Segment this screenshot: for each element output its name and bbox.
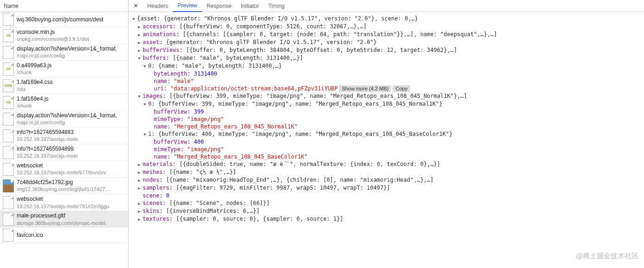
token-prop: meshes (143, 169, 163, 175)
file-row[interactable]: JSvconsole.min.jsunpkg.com/vconsole@3.9.… (0, 27, 128, 44)
tab-initiator[interactable]: Initiator (236, 0, 263, 12)
token-prop: byteLength (154, 70, 187, 77)
token-plain: : (164, 85, 170, 92)
token-str: "data:application/octet-stream;base64,pF… (170, 85, 338, 92)
file-name: display.action?isNewVersion=1&_format. (17, 112, 117, 119)
tab-preview[interactable]: Preview (173, 0, 202, 12)
tree-node[interactable]: samplers: [{magFilter: 9729, minFilter: … (129, 184, 644, 192)
token-plain: : [{magFilter: 9729, minFilter: 9987, wr… (169, 185, 390, 191)
file-row[interactable]: websocket10.252.16.197/sockjs-node/791/r… (0, 194, 128, 211)
tree-node[interactable]: buffers: [{name: "male", byteLength: 313… (129, 54, 644, 62)
tree-node[interactable]: textures: [{sampler: 0, source: 0}, {sam… (129, 215, 644, 223)
tree-node[interactable]: materials: [{doubleSided: true, name: "æ… (129, 160, 644, 168)
tree-node[interactable]: images: [{bufferView: 399, mimeType: "im… (129, 92, 644, 100)
tree-node: name: "Merged_Retopo_ears_108_045_BaseCo… (129, 153, 644, 160)
expand-arrow-icon[interactable] (138, 46, 143, 54)
file-list[interactable]: wq.360buying.com/js/common/destJSvconsol… (0, 12, 128, 268)
tree-node[interactable]: 1: {bufferView: 400, mimeType: "image/pn… (129, 130, 644, 138)
file-name: 7c48dd4cf25e1792.jpg (17, 179, 110, 186)
js-file-icon: JS (3, 63, 14, 76)
tree-node[interactable]: meshes: [{name: "ç½ æ ¼",…}] (129, 168, 644, 176)
file-name: display.action?isNewVersion=1&_format. (17, 45, 117, 52)
token-plain: : {name: "male", byteLength: 3131400,…} (151, 63, 282, 69)
tree-node[interactable]: {asset: {generator: "Khronos glTF Blende… (129, 15, 644, 23)
expand-arrow-icon[interactable] (138, 23, 143, 31)
token-plain: : (167, 123, 174, 130)
expand-arrow-icon[interactable] (138, 168, 143, 176)
expand-arrow-icon[interactable] (138, 92, 143, 100)
expand-arrow-icon[interactable] (138, 207, 143, 215)
token-prop: materials (143, 161, 173, 167)
show-more-button[interactable]: Show more (4.2 MB) (339, 85, 391, 92)
token-plain: : [{doubleSided: true, name: "æ è´¨", no… (173, 161, 440, 167)
token-prop: uri (154, 85, 164, 92)
file-row[interactable]: CSS1.faf169e4.css/css (0, 77, 128, 94)
token-num: 3131400 (194, 70, 218, 77)
tab-timing[interactable]: Timing (263, 0, 289, 12)
plain-file-icon (3, 146, 14, 159)
tree-node[interactable]: 0: {name: "male", byteLength: 3131400,…} (129, 62, 644, 70)
tree-node[interactable]: 0: {bufferView: 399, mimeType: "image/pn… (129, 100, 644, 108)
token-plain: : (181, 146, 187, 153)
expand-arrow-icon[interactable] (138, 54, 143, 62)
tree-node[interactable]: accessors: [{bufferView: 0, componentTyp… (129, 23, 644, 31)
js-file-icon: JS (3, 96, 14, 109)
expand-arrow-icon[interactable] (132, 15, 137, 23)
tree-node[interactable]: skins: [{inverseBindMatrices: 6,…}] (129, 207, 644, 215)
expand-arrow-icon[interactable] (144, 130, 148, 138)
expand-arrow-icon[interactable] (138, 38, 143, 46)
token-num: 0 (166, 192, 169, 199)
file-row[interactable]: JS0.a4999a63.js/chunk (0, 61, 128, 77)
tree-node[interactable]: asset: {generator: "Khronos glTF Blender… (129, 38, 644, 46)
expand-arrow-icon[interactable] (144, 100, 148, 108)
expand-arrow-icon[interactable] (144, 62, 148, 70)
main-panel: ✕ HeadersPreviewResponseInitiatorTiming … (129, 0, 644, 268)
expand-arrow-icon[interactable] (138, 31, 143, 38)
token-plain: : [{channels: [{sampler: 0, target: {nod… (176, 31, 497, 38)
file-subtitle: storage.360buyimg.com/olympic-model. (17, 220, 106, 227)
file-row[interactable]: display.action?isNewVersion=1&_format.ma… (0, 111, 128, 128)
copy-button[interactable]: Copy (393, 85, 410, 92)
token-plain: : [{buffer: 0, byteLength: 384804, byteO… (179, 47, 457, 53)
expand-arrow-icon[interactable] (138, 160, 143, 168)
tab-response[interactable]: Response (202, 0, 236, 12)
token-plain: : {generator: "Khronos glTF Blender I/O … (159, 39, 377, 45)
file-row[interactable]: info?t=162746559489910.252.16.197/sockjs… (0, 144, 128, 161)
token-str: "Merged_Retopo_ears_108_045_Normal1K" (174, 123, 297, 130)
token-prop: buffers (143, 55, 166, 61)
sidebar-header-label: Name (4, 3, 19, 9)
tree-node[interactable]: scenes: [{name: "Scene", nodes: [66]}] (129, 199, 644, 207)
expand-arrow-icon[interactable] (138, 176, 143, 184)
token-prop: bufferView (154, 108, 187, 115)
expand-arrow-icon[interactable] (138, 184, 143, 192)
close-icon[interactable]: ✕ (131, 2, 140, 10)
file-row[interactable]: favicon.ico (0, 228, 128, 243)
file-name: info?t=1627465594899 (17, 145, 78, 153)
file-row[interactable]: display.action?isNewVersion=1&_format.ma… (0, 44, 128, 61)
expand-arrow-icon[interactable] (138, 199, 143, 207)
file-row[interactable]: JS1.faf169e4.js/chunk (0, 94, 128, 111)
file-row[interactable]: websocket10.252.16.197/sockjs-node/577/t… (0, 161, 128, 178)
tree-node[interactable]: animations: [{channels: [{sampler: 0, ta… (129, 31, 644, 38)
file-name: websocket (17, 195, 109, 203)
file-row[interactable]: info?t=162746559488310.252.16.197/sockjs… (0, 128, 128, 144)
tree-node: name: "Merged_Retopo_ears_108_045_Normal… (129, 123, 644, 130)
file-row[interactable]: 7c48dd4cf25e1792.jpgimg12.360buyimg.com/… (0, 178, 128, 194)
token-plain: : [{inverseBindMatrices: 6,…}] (159, 208, 260, 214)
file-subtitle: 10.252.16.197/sockjs-node (17, 153, 78, 160)
token-prop: animations (143, 31, 176, 38)
tree-node: uri: "data:application/octet-stream;base… (129, 85, 644, 92)
plain-file-icon (3, 213, 14, 226)
tree-node[interactable]: bufferViews: [{buffer: 0, byteLength: 38… (129, 46, 644, 54)
file-row[interactable]: male-processed.gltfstorage.360buyimg.com… (0, 211, 128, 228)
expand-arrow-icon[interactable] (138, 215, 143, 223)
token-prop: mimeType (154, 146, 181, 153)
json-preview[interactable]: {asset: {generator: "Khronos glTF Blende… (129, 12, 644, 268)
token-prop: mimeType (154, 116, 181, 122)
tree-node[interactable]: nodes: [{name: "mixamorig:HeadTop_End",…… (129, 176, 644, 184)
file-subtitle: 10.252.16.197/sockjs-node/577/tixvxtzv (17, 169, 106, 176)
file-row[interactable]: wq.360buying.com/js/common/dest (0, 12, 128, 27)
token-prop: textures (143, 216, 169, 222)
tab-headers[interactable]: Headers (143, 0, 173, 12)
file-name: wq.360buying.com/js/common/dest (17, 16, 103, 23)
